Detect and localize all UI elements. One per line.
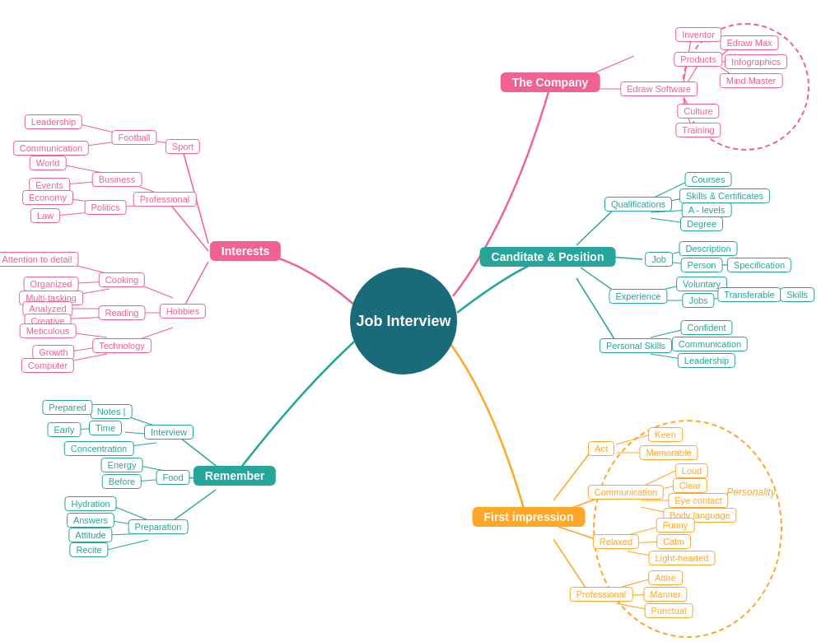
node-hydration: Hydration [64,496,116,511]
node-edraw-software: Edraw Software [620,81,698,96]
node-football: Football [111,130,156,145]
svg-line-35 [576,278,616,342]
center-node: Job Interview [350,268,457,374]
node-confident: Confident [680,320,732,335]
node-communication-ps: Communication [672,337,748,351]
node-attention: Attention to detail [0,252,79,267]
node-sport: Sport [166,139,200,154]
node-light-hearted: Light-hearted [649,551,716,565]
node-qualifications: Qualifications [604,197,672,212]
node-notes: Notes | [91,404,133,419]
node-manner: Manner [643,587,687,602]
node-memorable: Memorable [639,445,698,460]
node-a-levels: A - levels [682,202,732,217]
node-skills-certificates: Skills & Certificates [679,188,770,203]
node-experience: Experience [609,289,667,304]
node-professional-fi: Professional [570,587,633,602]
node-keen: Keen [648,427,683,442]
section-first-impression: First impression [473,507,586,527]
node-recite: Recite [69,542,108,557]
svg-line-32 [576,206,618,245]
svg-line-64 [553,451,591,500]
node-transferable: Transferable [717,287,781,302]
node-attitude: Attitude [68,528,112,542]
node-infographics: Infographics [725,54,787,69]
node-world: World [30,156,67,170]
node-organized: Organized [24,277,79,291]
node-punctual: Punctual [645,603,693,618]
node-inventor: Inventor [675,27,721,42]
section-candidate: Canditate & Position [480,247,616,267]
node-mind-master: Mind Master [720,73,783,88]
node-leadership: Leadership [25,114,82,129]
node-communication-fi: Communication [588,485,664,500]
node-products: Products [674,52,722,67]
node-funny: Funny [656,518,695,533]
node-meticulous: Meticulous [20,323,77,338]
node-computer: Computer [21,358,74,373]
node-degree: Degree [680,216,723,231]
section-interests: Interests [210,241,281,261]
node-specification: Specification [727,258,791,272]
node-communication-sport: Communication [13,141,89,156]
svg-line-2 [183,262,208,309]
section-remember: Remember [194,466,276,486]
node-clear: Clear [673,478,707,493]
node-loud: Loud [675,463,708,478]
node-job: Job [645,252,673,267]
node-food: Food [156,470,189,485]
node-economy: Economy [22,190,73,205]
node-edraw-max: Edraw Max [720,35,778,50]
node-culture: Culture [677,104,719,119]
node-technology: Technology [92,338,152,353]
node-eye-contact: Eye contact [668,493,728,508]
node-calm: Calm [656,534,691,549]
node-energy: Energy [101,458,143,472]
node-reading: Reading [99,305,146,320]
node-professional: Professional [133,192,197,207]
node-personal-skills: Personal Skills [600,338,672,353]
node-skills: Skills [780,287,814,302]
section-company: The Company [501,72,600,92]
svg-line-63 [107,540,148,550]
node-before: Before [102,474,142,489]
node-attire: Attire [648,570,683,585]
node-hobbies: Hobbies [160,304,206,319]
node-answers: Answers [67,513,114,528]
node-description: Description [679,241,737,256]
node-interview: Interview [144,425,194,440]
node-personality-label: Personality [726,486,775,498]
node-business: Business [92,172,142,187]
node-time: Time [89,421,122,435]
node-training: Training [675,123,721,137]
node-concentration: Concentration [64,441,134,456]
node-early: Early [47,422,81,437]
svg-line-67 [553,539,589,593]
node-courses: Courses [685,172,732,187]
node-jobs: Jobs [682,293,714,308]
node-relaxed: Relaxed [593,534,639,549]
node-prepared: Prepared [42,400,92,415]
node-politics: Politics [85,200,127,215]
node-preparation: Preparation [128,519,189,534]
node-law: Law [30,208,60,223]
node-cooking: Cooking [99,272,145,287]
node-leadership-ps: Leadership [678,353,735,368]
node-act: Act [588,441,614,456]
node-person: Person [681,258,723,272]
